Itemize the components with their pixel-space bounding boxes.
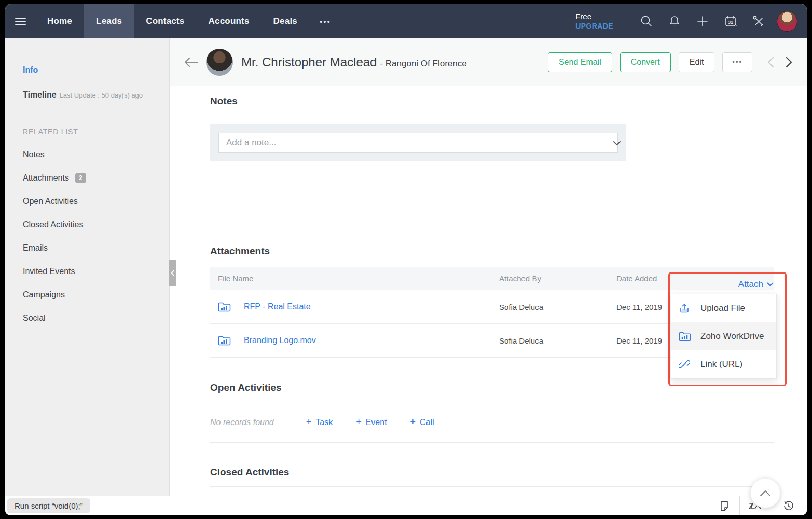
timeline-last-update: Last Update : 50 day(s) ago <box>60 91 143 99</box>
notifications-bell-icon[interactable] <box>660 4 689 38</box>
sidebar-item-timeline[interactable]: TimelineLast Update : 50 day(s) ago <box>23 90 169 100</box>
closed-activities-section: Closed Activities <box>210 467 774 487</box>
body-row: Info TimelineLast Update : 50 day(s) ago… <box>5 38 807 496</box>
link-icon <box>679 359 691 370</box>
plus-icon: + <box>410 417 416 428</box>
attachments-count-badge: 2 <box>75 173 86 183</box>
sidebar-item-attachments[interactable]: Attachments 2 <box>23 173 169 183</box>
previous-record-icon[interactable] <box>767 57 774 68</box>
collapse-notes-chevron-icon[interactable] <box>613 139 621 148</box>
sticky-notes-icon[interactable] <box>709 496 740 515</box>
tab-leads[interactable]: Leads <box>84 4 134 38</box>
nav-right-cluster: Free UPGRADE 31 <box>575 4 807 38</box>
attachment-attached-by: Sofia Deluca <box>499 336 616 345</box>
browser-status-text: Run script “void(0);” <box>7 498 90 513</box>
related-list-heading: RELATED LIST <box>23 128 169 136</box>
main-panel: Mr. Christopher Maclead- Rangoni Of Flor… <box>170 38 807 496</box>
upgrade-link[interactable]: UPGRADE <box>575 22 613 31</box>
tab-deals[interactable]: Deals <box>262 4 309 38</box>
nav-divider <box>625 12 625 30</box>
menu-item-upload-file[interactable]: Upload File <box>671 294 776 322</box>
sidebar-item-social[interactable]: Social <box>23 313 169 323</box>
no-records-text: No records found <box>210 418 274 427</box>
top-nav: Home Leads Contacts Accounts Deals ••• F… <box>5 4 807 38</box>
app-window: Home Leads Contacts Accounts Deals ••• F… <box>5 4 807 515</box>
menu-item-zoho-workdrive[interactable]: Zoho WorkDrive <box>671 322 776 350</box>
open-activities-empty-row: No records found +Task +Event +Call <box>210 417 774 428</box>
record-actions: Send Email Convert Edit ••• <box>548 52 792 72</box>
tab-accounts[interactable]: Accounts <box>197 4 262 38</box>
add-call-link[interactable]: +Call <box>410 417 434 428</box>
user-avatar[interactable] <box>777 11 797 32</box>
record-pager <box>767 57 792 68</box>
next-record-icon[interactable] <box>786 57 792 68</box>
attachments-heading: Attachments <box>210 245 774 257</box>
sidebar-item-info[interactable]: Info <box>23 65 169 75</box>
menu-item-link-url[interactable]: Link (URL) <box>671 350 776 378</box>
add-event-link[interactable]: +Event <box>356 417 387 428</box>
notes-section <box>210 124 626 161</box>
sidebar-item-emails[interactable]: Emails <box>23 243 169 253</box>
add-task-link[interactable]: +Task <box>306 417 333 428</box>
plus-icon: + <box>306 417 312 428</box>
create-plus-icon[interactable] <box>689 4 717 38</box>
file-folder-icon <box>218 302 231 312</box>
module-tabs: Home Leads Contacts Accounts Deals ••• <box>35 4 341 38</box>
attachment-file-link[interactable]: RFP - Real Estate <box>244 302 311 311</box>
lead-company: - Rangoni Of Florence <box>380 59 466 69</box>
sidebar-item-campaigns[interactable]: Campaigns <box>23 290 169 299</box>
sidebar-collapse-handle[interactable] <box>169 260 176 286</box>
file-folder-icon <box>218 335 231 346</box>
plus-icon: + <box>356 417 362 428</box>
tab-contacts[interactable]: Contacts <box>134 4 196 38</box>
plan-name: Free <box>575 12 613 22</box>
open-activities-section: Open Activities No records found +Task +… <box>210 382 774 443</box>
sidebar-item-open-activities[interactable]: Open Activities <box>23 197 169 206</box>
hamburger-menu-icon[interactable] <box>5 4 35 38</box>
attach-highlight-box: Attach Upload File Zoho WorkDrive <box>668 272 787 386</box>
notes-heading: Notes <box>210 95 774 107</box>
sidebar-item-notes[interactable]: Notes <box>23 150 169 159</box>
closed-activities-heading: Closed Activities <box>210 467 774 478</box>
quick-create-links: +Task +Event +Call <box>306 417 434 428</box>
divider <box>210 442 774 443</box>
more-actions-button[interactable]: ••• <box>722 52 752 72</box>
sidebar-item-invited-events[interactable]: Invited Events <box>23 267 169 276</box>
sidebar-item-closed-activities[interactable]: Closed Activities <box>23 220 169 229</box>
zoho-workdrive-icon <box>679 331 691 342</box>
attachment-attached-by: Sofia Deluca <box>499 303 616 311</box>
attachment-file-link[interactable]: Branding Logo.mov <box>244 336 316 345</box>
attach-dropdown-menu: Upload File Zoho WorkDrive Link (URL) <box>671 294 777 379</box>
scroll-to-top-button[interactable] <box>750 478 780 508</box>
more-tabs-icon[interactable]: ••• <box>309 4 341 38</box>
lead-avatar[interactable] <box>206 49 233 76</box>
divider <box>210 401 774 401</box>
col-file-name: File Name <box>210 274 499 283</box>
convert-button[interactable]: Convert <box>620 52 671 72</box>
record-header: Mr. Christopher Maclead- Rangoni Of Flor… <box>170 38 807 86</box>
attach-dropdown-trigger[interactable]: Attach <box>738 279 774 290</box>
lead-name: Mr. Christopher Maclead- Rangoni Of Flor… <box>241 55 467 70</box>
edit-button[interactable]: Edit <box>679 52 715 72</box>
back-arrow-icon[interactable] <box>183 57 199 68</box>
upload-file-icon <box>679 303 691 314</box>
add-note-input[interactable] <box>218 133 618 153</box>
col-attached-by: Attached By <box>499 274 616 283</box>
chevron-down-icon <box>767 282 774 286</box>
calendar-icon[interactable]: 31 <box>717 4 745 38</box>
record-sidebar: Info TimelineLast Update : 50 day(s) ago… <box>5 38 170 496</box>
bottom-bar: Run script “void(0);” <box>5 496 807 515</box>
tab-home[interactable]: Home <box>35 4 84 38</box>
chevron-up-icon <box>760 490 771 497</box>
divider <box>210 486 774 487</box>
search-icon[interactable] <box>632 4 660 38</box>
notes-panel <box>210 124 626 161</box>
send-email-button[interactable]: Send Email <box>548 52 612 72</box>
plan-info: Free UPGRADE <box>575 12 613 31</box>
setup-tools-icon[interactable] <box>745 4 773 38</box>
